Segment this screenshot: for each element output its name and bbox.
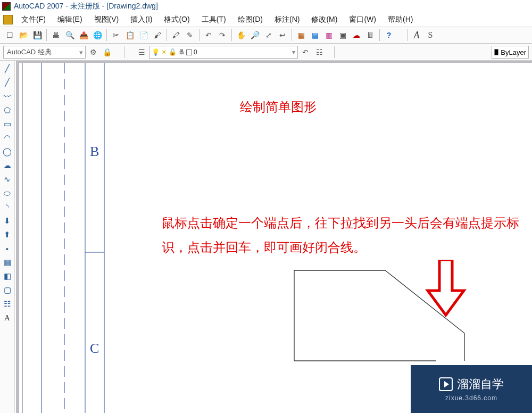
region-icon[interactable]: ▢: [2, 284, 13, 296]
undo-icon[interactable]: ↶: [202, 29, 215, 42]
menu-dimension[interactable]: 标注(N): [269, 13, 305, 26]
layer-manager-icon[interactable]: ☰: [135, 46, 148, 59]
standard-toolbar: ☐ 📂 💾 🖶 🔍 📤 🌐 ✂ 📋 📄 🖌 🖍 ✎ ↶ ↷ ✋ 🔎 ⤢ ↩ ▦ …: [0, 27, 532, 44]
ellipse-icon[interactable]: ⬭: [2, 187, 13, 199]
workspace-dropdown[interactable]: AutoCAD 经典: [3, 46, 86, 59]
paste-icon[interactable]: 📄: [137, 29, 150, 42]
textstyle-A-icon[interactable]: A: [410, 29, 423, 42]
circle-icon[interactable]: ◯: [2, 146, 13, 158]
color-swatch: [494, 49, 498, 55]
watermark-brand: 溜溜自学: [457, 376, 504, 392]
cut-icon[interactable]: ✂: [110, 29, 122, 42]
app-icon: [2, 2, 11, 11]
separator: [106, 29, 107, 41]
canvas-label-B: B: [90, 144, 99, 159]
menu-modify[interactable]: 修改(M): [306, 13, 343, 26]
print-icon[interactable]: 🖶: [49, 29, 62, 42]
play-icon: [439, 377, 453, 391]
separator: [231, 29, 232, 41]
workspace-lock-icon[interactable]: 🔒: [101, 46, 113, 59]
menu-logo-icon: [3, 15, 13, 24]
copy-icon[interactable]: 📋: [123, 29, 136, 42]
separator: [334, 46, 335, 58]
menu-bar: 文件(F) 编辑(E) 视图(V) 插入(I) 格式(O) 工具(T) 绘图(D…: [0, 13, 532, 27]
separator: [407, 29, 408, 41]
plot-icon: 🖶: [178, 48, 185, 56]
lightbulb-icon: 💡: [152, 48, 160, 56]
point-icon[interactable]: •: [2, 243, 13, 254]
menu-format[interactable]: 格式(O): [159, 13, 195, 26]
help-icon[interactable]: ?: [383, 29, 395, 42]
table-icon[interactable]: ☷: [2, 298, 13, 310]
window-title: AutoCAD 2007 - 未注册版 - [Drawing2.dwg]: [14, 2, 158, 11]
zoom-window-icon[interactable]: ⤢: [262, 29, 275, 42]
separator: [124, 46, 124, 58]
ellipse-arc-icon[interactable]: ◝: [2, 201, 13, 213]
arc-icon[interactable]: ◠: [2, 132, 13, 144]
make-block-icon[interactable]: ⬆: [2, 229, 13, 241]
spline-icon[interactable]: ∿: [2, 174, 13, 185]
plot-preview-icon[interactable]: 🔍: [63, 29, 76, 42]
menu-edit[interactable]: 编辑(E): [52, 13, 88, 26]
menu-insert[interactable]: 插入(I): [125, 13, 157, 26]
sheet-set-icon[interactable]: ▣: [336, 29, 349, 42]
workspace-current: AutoCAD 经典: [7, 47, 52, 57]
style-S-icon[interactable]: S: [424, 29, 437, 42]
lock-icon: 🔓: [169, 48, 177, 56]
color-bylayer-label: ByLayer: [501, 48, 526, 56]
layer-dropdown[interactable]: 💡 ☀ 🔓 🖶 0: [149, 46, 298, 59]
dwf-icon[interactable]: 🌐: [91, 29, 104, 42]
workspace-settings-icon[interactable]: ⚙: [87, 46, 99, 59]
layer-current-name: 0: [194, 48, 197, 56]
separator: [199, 29, 200, 41]
new-file-icon[interactable]: ☐: [3, 29, 16, 42]
watermark: 溜溜自学 zixue.3d66.com: [411, 365, 532, 413]
menu-window[interactable]: 窗口(W): [344, 13, 381, 26]
mtext-icon[interactable]: A: [2, 312, 13, 324]
revision-cloud-icon[interactable]: ☁: [2, 160, 13, 171]
menu-view[interactable]: 视图(V): [89, 13, 124, 26]
layer-states-icon[interactable]: ☷: [313, 46, 326, 59]
drawing-canvas[interactable]: B C 绘制简单图形 鼠标点击确定一个端点后，往下拉找到另一头后会有端点提示标识…: [16, 61, 532, 413]
tool-palettes-icon[interactable]: ▥: [322, 29, 335, 42]
separator: [167, 29, 167, 41]
match-props-icon[interactable]: 🖌: [151, 29, 164, 42]
construction-line-icon[interactable]: ╱: [2, 77, 13, 88]
redo-icon[interactable]: ↷: [216, 29, 229, 42]
color-bylayer-dropdown[interactable]: ByLayer: [492, 46, 529, 59]
menu-file[interactable]: 文件(F): [16, 13, 51, 26]
separator: [292, 29, 292, 41]
annotation-title: 绘制简单图形: [240, 95, 317, 119]
rectangle-icon[interactable]: ▭: [2, 118, 13, 130]
canvas-label-C: C: [90, 341, 99, 356]
draw-palette: ╱ ╱ 〰 ⬠ ▭ ◠ ◯ ☁ ∿ ⬭ ◝ ⬇ ⬆ • ▦ ◧ ▢ ☷ A: [0, 61, 15, 413]
publish-icon[interactable]: 📤: [77, 29, 90, 42]
layer-color-swatch: [186, 49, 192, 55]
block-editor-icon[interactable]: ✎: [184, 29, 196, 42]
title-bar: AutoCAD 2007 - 未注册版 - [Drawing2.dwg]: [0, 0, 532, 13]
workspace-layers-toolbar: AutoCAD 经典 ⚙ 🔒 ☰ 💡 ☀ 🔓 🖶 0 ↶ ☷ ByLayer: [0, 44, 532, 61]
polygon-icon[interactable]: ⬠: [2, 104, 13, 116]
menu-help[interactable]: 帮助(H): [383, 13, 418, 26]
open-file-icon[interactable]: 📂: [17, 29, 30, 42]
hatch-icon[interactable]: ▦: [2, 257, 13, 268]
annotation-arrow-icon: [425, 260, 467, 318]
pan-icon[interactable]: ✋: [235, 29, 247, 42]
insert-block-icon[interactable]: ⬇: [2, 215, 13, 227]
markup-icon[interactable]: ☁: [350, 29, 363, 42]
menu-draw[interactable]: 绘图(D): [232, 13, 268, 26]
brush-icon[interactable]: 🖍: [170, 29, 182, 42]
zoom-realtime-icon[interactable]: 🔎: [248, 29, 261, 42]
watermark-url: zixue.3d66.com: [445, 394, 497, 402]
zoom-previous-icon[interactable]: ↩: [276, 29, 289, 42]
menu-tools[interactable]: 工具(T): [196, 13, 231, 26]
save-icon[interactable]: 💾: [31, 29, 44, 42]
quickcalc-icon[interactable]: 🖩: [364, 29, 377, 42]
separator: [379, 29, 380, 41]
layer-previous-icon[interactable]: ↶: [299, 46, 312, 59]
line-tool-icon[interactable]: ╱: [2, 63, 13, 75]
design-center-icon[interactable]: ▤: [309, 29, 321, 42]
props-icon[interactable]: ▦: [295, 29, 307, 42]
gradient-icon[interactable]: ◧: [2, 270, 13, 282]
polyline-icon[interactable]: 〰: [2, 90, 13, 102]
